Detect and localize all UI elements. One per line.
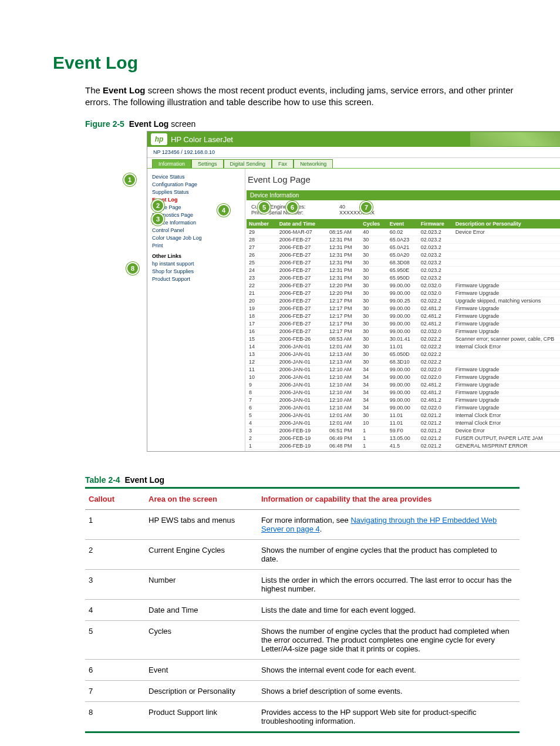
sidebar-item-control-panel[interactable]: Control Panel [152,227,240,233]
ss-table-row: 222006-FEB-2712:20 PM3099.00.0002.032.0F… [247,282,560,290]
sidebar-item-device-information[interactable]: Device Information [152,220,240,226]
meta-value-serial: XXXXXXXXXX [339,210,427,216]
ss-table-row: 122006-JAN-0112:13 AM3068.3D1002.022.2 [247,358,560,366]
ss-table-row: 42006-JAN-0112:01 AM1011.0102.021.2Inter… [247,419,560,427]
intro-bold: Event Log [103,85,146,95]
ss-table-row: 82006-JAN-0112:10 AM3499.00.0002.481.2Fi… [247,389,560,396]
tab-settings[interactable]: Settings [191,159,224,168]
sidebar-item-event-log[interactable]: Event Log [152,197,240,203]
ss-table-row: 162006-FEB-2712:17 PM3099.00.0002.032.0F… [247,328,560,335]
ss-table-row: 152006-FEB-2608:53 AM3030.01.4102.022.2S… [247,335,560,343]
callout-table-head: Area on the screen [145,488,258,510]
callout-table: CalloutArea on the screenInformation or … [85,487,519,733]
callout-table-row: 7Description or PersonalityShows a brief… [85,681,519,702]
callout-table-row: 4Date and TimeLists the date and time fo… [85,600,519,621]
page-title: Event Log [53,53,537,73]
ss-col-head: Event [387,219,419,228]
ss-table-row: 12006-FEB-1906:48 PM141.502.021.2GENERAL… [247,442,560,450]
ss-event-table: NumberDate and TimeCyclesEventFirmwareDe… [247,219,560,450]
ss-panel-head: Device Information [247,190,560,200]
table-caption: Table 2-4 Event Log [85,475,537,485]
callout-table-row: 5CyclesShows the number of engine cycles… [85,621,519,660]
sidebar-link-product-support[interactable]: Product Support [152,276,240,282]
tab-digital-sending[interactable]: Digital Sending [224,159,272,168]
ss-col-head: Date and Time [277,219,327,228]
ss-table-row: 262006-FEB-2712:31 PM3065.0A2002.023.2 [247,251,560,259]
ss-sidebar: Device StatusConfiguration PageSupplies … [147,169,245,451]
ss-table-row: 112006-JAN-0112:10 AM3499.00.0002.022.0F… [247,366,560,374]
figure-label: Figure 2-5 [85,119,124,129]
event-log-screenshot: hp HP Color LaserJet NP 123456 / 192.168… [147,131,560,452]
callout-table-row: 1HP EWS tabs and menusFor more informati… [85,510,519,540]
ss-table-row: 142006-JAN-0112:01 AM3011.0102.022.2Inte… [247,343,560,351]
figure-rest: screen [168,119,195,129]
figure-caption: Figure 2-5 Event Log screen [85,119,537,129]
ss-subheader: NP 123456 / 192.168.0.10 [147,147,560,158]
intro-pre: The [85,85,103,95]
ss-table-row: 92006-JAN-0112:10 AM3499.00.0002.481.2Fi… [247,381,560,389]
ss-table-row: 282006-FEB-2712:31 PM3065.0A2302.023.2 [247,236,560,244]
callout-table-head: Information or capability that the area … [258,488,519,510]
ss-table-row: 52006-JAN-0112:01 AM3011.0102.021.2Inter… [247,412,560,419]
intro-text: The Event Log screen shows the most rece… [85,85,537,107]
ss-titlebar: hp HP Color LaserJet [147,132,560,147]
callout-5: 5 [258,201,271,214]
callout-1: 1 [123,173,136,186]
figure-bold: Event Log [129,119,169,129]
callout-table-row: 2Current Engine CyclesShows the number o… [85,540,519,570]
callout-4: 4 [217,204,230,217]
callout-2: 2 [151,199,164,212]
tab-information[interactable]: Information [152,159,191,168]
intro-post: screen shows the most recent product eve… [85,85,513,107]
callout-table-row: 3NumberLists the order in which the erro… [85,570,519,600]
callout-7: 7 [360,201,373,214]
sidebar-item-device-status[interactable]: Device Status [152,174,240,180]
sidebar-group-other-links: Other Links [152,253,240,259]
ss-table-row: 62006-JAN-0112:10 AM3499.00.0002.022.0Fi… [247,404,560,412]
callout-8: 8 [126,262,139,275]
ss-col-head: Firmware [419,219,453,228]
ss-col-head: Cycles [360,219,387,228]
ss-main-title: Event Log Page [248,174,560,184]
ss-col-head [327,219,360,228]
callout-6: 6 [286,201,299,214]
ss-table-row: 22006-FEB-1906:49 PM113.05.0002.021.2FUS… [247,435,560,442]
table-label: Table 2-4 [85,475,120,485]
ss-table-row: 182006-FEB-2712:17 PM3099.00.0002.481.2F… [247,312,560,320]
ss-col-head: Number [247,219,277,228]
ss-tabstrip: InformationSettingsDigital SendingFaxNet… [147,158,560,168]
sidebar-link-shop-for-supplies[interactable]: Shop for Supplies [152,268,240,274]
callout-3: 3 [151,213,164,226]
ss-table-row: 192006-FEB-2712:17 PM3099.00.0002.481.2F… [247,305,560,312]
hp-logo-icon: hp [151,133,167,145]
tab-networking[interactable]: Networking [294,159,333,168]
ss-table-row: 272006-FEB-2712:31 PM3065.0A2102.023.2 [247,244,560,251]
ss-table-row: 252006-FEB-2712:31 PM3068.3D0802.023.2 [247,259,560,267]
sidebar-link-hp-instant-support[interactable]: hp instant support [152,261,240,267]
ss-table-row: 32006-FEB-1906:51 PM159.F002.021.2Device… [247,427,560,435]
sidebar-item-supplies-status[interactable]: Supplies Status [152,189,240,195]
ss-col-head: Description or Personality [453,219,560,228]
ss-banner [233,132,560,146]
ss-product-title: HP Color LaserJet [171,135,233,144]
sidebar-item-configuration-page[interactable]: Configuration Page [152,182,240,187]
ss-table-row: 232006-FEB-2712:31 PM3065.950D02.023.2 [247,274,560,282]
ss-table-row: 172006-FEB-2712:17 PM3099.00.0002.481.2F… [247,320,560,328]
ss-table-row: 212006-FEB-2712:20 PM3099.00.0002.032.0F… [247,290,560,297]
callout-table-row: 8Product Support linkProvides access to … [85,702,519,732]
ss-table-row: 292006-MAR-0708:15 AM4060.0202.023.2Devi… [247,228,560,236]
sidebar-item-color-usage-job-log[interactable]: Color Usage Job Log [152,235,240,241]
ss-table-row: 72006-JAN-0112:10 AM3499.00.0002.481.2Fi… [247,396,560,404]
ss-table-row: 102006-JAN-0112:10 AM3499.00.0002.022.0F… [247,374,560,381]
tab-fax[interactable]: Fax [272,159,294,168]
table-bold: Event Log [124,475,164,485]
ss-table-row: 242006-FEB-2712:31 PM3065.950E02.023.2 [247,267,560,274]
ss-table-row: 202006-FEB-2712:17 PM3099.00.2502.022.2U… [247,297,560,305]
callout-table-head: Callout [85,488,145,510]
ss-table-row: 132006-JAN-0112:13 AM3065.050D02.022.2 [247,351,560,358]
sidebar-item-print[interactable]: Print [152,243,240,248]
callout-table-row: 6EventShows the internal event code for … [85,660,519,681]
meta-value-cycles: 40 [339,204,427,210]
